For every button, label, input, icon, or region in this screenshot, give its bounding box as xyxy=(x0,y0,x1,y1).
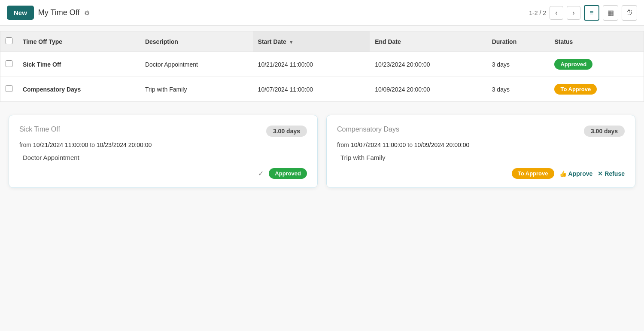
row-status: To Approve xyxy=(549,77,644,102)
page-title: My Time Off xyxy=(38,8,80,17)
row-start-date: 10/07/2024 11:00:00 xyxy=(253,77,370,102)
status-badge: To Approve xyxy=(554,84,597,95)
refuse-label: Refuse xyxy=(605,170,625,177)
col-end-date: End Date xyxy=(370,31,487,52)
card-date-from: 10/07/2024 11:00:00 xyxy=(351,141,406,148)
check-icon: ✓ xyxy=(258,169,264,178)
card-type: Sick Time Off xyxy=(19,126,60,133)
top-bar: New My Time Off ⚙ 1-2 / 2 ‹ › ≡ ▦ ⏱ xyxy=(0,0,644,26)
card-dates: from 10/21/2024 11:00:00 to 10/23/2024 2… xyxy=(19,140,307,150)
pagination-info: 1-2 / 2 xyxy=(529,9,546,16)
card-status-badge: Approved xyxy=(269,168,307,179)
status-badge: Approved xyxy=(554,59,592,70)
prev-button[interactable]: ‹ xyxy=(550,6,563,20)
row-description: Doctor Appointment xyxy=(140,52,253,77)
list-view-button[interactable]: ≡ xyxy=(584,5,599,21)
card-footer: To Approve 👍 Approve ✕ Refuse xyxy=(337,168,625,179)
row-end-date: 10/09/2024 20:00:00 xyxy=(370,77,487,102)
row-checkbox-cell xyxy=(0,77,18,102)
approve-label: Approve xyxy=(568,170,593,177)
card-description: Trip with Family xyxy=(337,154,625,161)
col-duration: Duration xyxy=(487,31,550,52)
table-row: Compensatory Days Trip with Family 10/07… xyxy=(0,77,644,102)
col-time-off-type: Time Off Type xyxy=(18,31,140,52)
col-description: Description xyxy=(140,31,253,52)
table-header-row: Time Off Type Description Start Date ▾ E… xyxy=(0,31,644,52)
row-time-off-type: Compensatory Days xyxy=(18,77,140,102)
row-duration: 3 days xyxy=(487,52,550,77)
top-bar-left: New My Time Off ⚙ xyxy=(7,6,90,20)
card-type: Compensatory Days xyxy=(337,126,399,133)
gear-icon[interactable]: ⚙ xyxy=(84,9,90,17)
thumbs-up-icon: 👍 xyxy=(559,170,567,177)
row-checkbox-0[interactable] xyxy=(6,60,12,67)
header-checkbox-col xyxy=(0,31,18,52)
row-start-date: 10/21/2024 11:00:00 xyxy=(253,52,370,77)
card-date-from: 10/21/2024 11:00:00 xyxy=(33,141,88,148)
table-row: Sick Time Off Doctor Appointment 10/21/2… xyxy=(0,52,644,77)
row-description: Trip with Family xyxy=(140,77,253,102)
card-0: Sick Time Off 3.00 days from 10/21/2024 … xyxy=(9,115,318,188)
select-all-checkbox[interactable] xyxy=(6,37,12,44)
card-status-badge: To Approve xyxy=(512,168,554,179)
approve-button[interactable]: 👍 Approve xyxy=(559,170,593,177)
row-time-off-type: Sick Time Off xyxy=(18,52,140,77)
card-header: Sick Time Off 3.00 days xyxy=(19,126,307,137)
card-date-to: 10/09/2024 20:00:00 xyxy=(414,141,469,148)
card-days-badge: 3.00 days xyxy=(266,126,307,137)
row-status: Approved xyxy=(549,52,644,77)
time-off-table: Time Off Type Description Start Date ▾ E… xyxy=(0,31,644,102)
col-start-date[interactable]: Start Date ▾ xyxy=(253,31,370,52)
card-view-button[interactable]: ▦ xyxy=(603,5,618,21)
card-dates: from 10/07/2024 11:00:00 to 10/09/2024 2… xyxy=(337,140,625,150)
card-footer: ✓ Approved xyxy=(19,168,307,179)
new-button[interactable]: New xyxy=(7,6,34,20)
clock-view-button[interactable]: ⏱ xyxy=(622,5,637,21)
row-duration: 3 days xyxy=(487,77,550,102)
x-icon: ✕ xyxy=(598,170,603,177)
card-description: Doctor Appointment xyxy=(19,154,307,161)
top-bar-right: 1-2 / 2 ‹ › ≡ ▦ ⏱ xyxy=(529,5,637,21)
row-end-date: 10/23/2024 20:00:00 xyxy=(370,52,487,77)
col-status: Status xyxy=(549,31,644,52)
cards-section: Sick Time Off 3.00 days from 10/21/2024 … xyxy=(0,102,644,201)
row-checkbox-cell xyxy=(0,52,18,77)
sort-arrow: ▾ xyxy=(290,39,292,45)
card-header: Compensatory Days 3.00 days xyxy=(337,126,625,137)
next-button[interactable]: › xyxy=(567,6,580,20)
card-1: Compensatory Days 3.00 days from 10/07/2… xyxy=(326,115,635,188)
card-date-to: 10/23/2024 20:00:00 xyxy=(97,141,152,148)
refuse-button[interactable]: ✕ Refuse xyxy=(598,170,625,177)
card-days-badge: 3.00 days xyxy=(584,126,625,137)
row-checkbox-1[interactable] xyxy=(6,85,12,92)
